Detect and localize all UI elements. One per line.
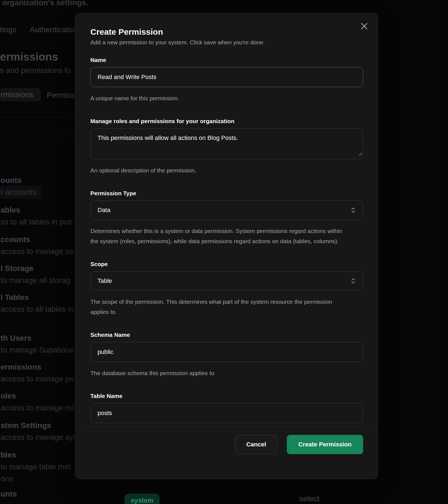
description-helper-text: An optional description of the permissio… xyxy=(90,165,349,175)
background-tab-authentication[interactable]: Authenticatio xyxy=(30,25,74,34)
row-description: access to manage us xyxy=(1,247,74,256)
row-description: ss to all tables in pub xyxy=(1,217,73,227)
row-description: access to all tables in xyxy=(1,305,74,314)
row-description: to manage table met xyxy=(1,462,71,472)
table-name-label: Table Name xyxy=(90,392,363,400)
table-row: oles access to manage rol xyxy=(1,391,74,413)
background-page-subtitle: s and permissions fo xyxy=(0,66,71,75)
row-description-overflow: ons xyxy=(1,475,13,483)
name-input[interactable] xyxy=(90,67,363,87)
dialog-subtitle: Add a new permission to your system. Cli… xyxy=(90,39,363,46)
table-name-field-group: Table Name xyxy=(90,392,363,423)
row-name: ermissions xyxy=(1,362,74,372)
row-name: ounts xyxy=(1,176,36,185)
background-page-title: ermissions xyxy=(0,51,58,63)
row-name: ables xyxy=(1,205,73,215)
name-label: Name xyxy=(90,56,363,64)
scope-helper-text: The scope of the permission. This determ… xyxy=(90,297,349,317)
description-label: Manage roles and permissions for your or… xyxy=(90,118,363,125)
permission-type-helper-text: Determines whether this is a system or d… xyxy=(90,226,349,246)
system-badge: system xyxy=(125,494,160,504)
row-name: th Users xyxy=(1,334,74,343)
permission-type-value: Data xyxy=(98,207,110,214)
table-row: ermissions access to manage pe xyxy=(1,362,74,384)
row-name: oles xyxy=(1,391,74,401)
dialog-footer: Cancel Create Permission xyxy=(90,435,363,454)
row-description: to manage Supabase xyxy=(1,345,74,355)
table-row: stem Settings access to manage sys xyxy=(1,421,77,442)
table-row: th Users to manage Supabase xyxy=(1,334,74,355)
row-name: stem Settings xyxy=(1,421,77,430)
row-description: access to manage rol xyxy=(1,403,74,413)
row-description: access to manage pe xyxy=(1,374,74,384)
dialog-title: Create Permission xyxy=(90,27,363,37)
create-permission-dialog: Create Permission Add a new permission t… xyxy=(75,13,378,479)
close-button[interactable] xyxy=(360,22,368,30)
background-divider-top xyxy=(0,117,77,117)
table-row: l Storage to manage all storag xyxy=(1,264,71,285)
row-name-partial: unts xyxy=(1,490,17,498)
close-icon xyxy=(361,23,368,30)
background-divider-header xyxy=(0,136,77,136)
cancel-button[interactable]: Cancel xyxy=(235,435,277,454)
resize-handle-icon[interactable] xyxy=(358,152,362,157)
scope-select[interactable]: Table xyxy=(90,271,363,291)
table-row: l Tables access to all tables in xyxy=(1,293,74,314)
row-name: ccounts xyxy=(1,235,74,244)
schema-name-input[interactable] xyxy=(90,342,363,362)
schema-name-label: Schema Name xyxy=(90,331,363,338)
table-row: ables ss to all tables in pub xyxy=(1,205,73,227)
scope-value: Table xyxy=(98,277,112,284)
permission-type-field-group: Permission Type Data Determines whether … xyxy=(90,190,363,246)
schema-name-field-group: Schema Name The database schema this per… xyxy=(90,331,363,378)
row-description: access to manage sys xyxy=(1,433,77,442)
footer-divider xyxy=(75,426,378,427)
chevrons-up-down-icon xyxy=(350,277,356,285)
description-textarea[interactable]: This permissions will allow all actions … xyxy=(90,128,363,159)
table-row: ounts r accounts xyxy=(1,176,36,197)
chevrons-up-down-icon xyxy=(350,206,356,214)
background-tab-settings[interactable]: tings xyxy=(0,25,16,34)
description-field-group: Manage roles and permissions for your or… xyxy=(90,118,363,175)
row-name: l Tables xyxy=(1,293,74,302)
select-action-text: select xyxy=(299,494,319,503)
scope-field-group: Scope Table The scope of the permission.… xyxy=(90,261,363,317)
table-row: ccounts access to manage us xyxy=(1,235,74,256)
permission-type-label: Permission Type xyxy=(90,190,363,197)
name-helper-text: A unique name for this permission. xyxy=(90,93,349,103)
permission-type-select[interactable]: Data xyxy=(90,200,363,220)
schema-name-helper-text: The database schema this permission appl… xyxy=(90,368,349,378)
row-description: to manage all storag xyxy=(1,276,71,285)
row-name: l Storage xyxy=(1,264,71,273)
create-permission-button[interactable]: Create Permission xyxy=(287,435,363,454)
table-row: bles to manage table met xyxy=(1,450,71,472)
background-settings-text: organization's settings. xyxy=(2,0,88,7)
background-tab-permissions-selected[interactable]: rmissions xyxy=(0,88,41,101)
row-name: bles xyxy=(1,450,71,460)
background-tab-permission-next[interactable]: Permiss xyxy=(47,91,75,100)
scope-label: Scope xyxy=(90,261,363,268)
name-field-group: Name A unique name for this permission. xyxy=(90,56,363,103)
table-name-input[interactable] xyxy=(90,403,363,423)
row-description: r accounts xyxy=(1,188,36,197)
